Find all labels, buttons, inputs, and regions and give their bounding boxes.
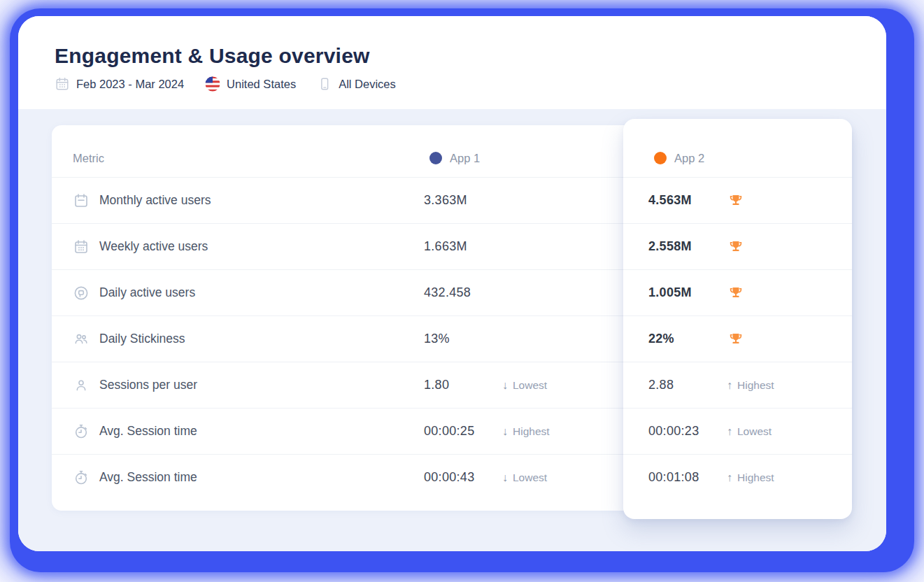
app1-value: 432.458	[424, 285, 502, 300]
rank-badge: ↑Lowest	[727, 425, 772, 438]
app2-table-row: 00:01:08↑Highest	[623, 454, 852, 500]
app1-label: App 1	[450, 152, 480, 165]
table-header-row: Metric App 1	[52, 125, 623, 177]
calendar-month-icon	[73, 192, 90, 209]
arrow-up-icon: ↑	[727, 379, 732, 392]
devices-filter[interactable]: All Devices	[317, 76, 396, 92]
country-filter[interactable]: United States	[205, 76, 296, 92]
devices-label: All Devices	[339, 78, 396, 91]
us-flag-icon	[205, 76, 220, 92]
app2-table-row: 22%	[623, 315, 852, 362]
device-icon	[317, 76, 332, 92]
rank-badge: ↓Highest	[502, 425, 550, 438]
table-row: Avg. Session time00:00:25↓Highest	[52, 408, 623, 454]
app1-value: 1.80	[424, 378, 502, 392]
app1-value: 13%	[424, 332, 502, 346]
metric-label: Weekly active users	[99, 239, 208, 254]
arrow-up-icon: ↑	[727, 425, 732, 438]
trophy-icon	[728, 193, 744, 208]
calendar-icon	[55, 76, 70, 92]
app2-highlight-card: App 2 4.563M2.558M1.005M22%2.88↑Highest0…	[623, 119, 852, 519]
metric-column-header: Metric	[52, 152, 424, 165]
table-row: Sessions per user1.80↓Lowest	[52, 362, 623, 408]
page-title: Engagement & Usage overview	[55, 44, 850, 68]
metric-label: Daily Stickiness	[99, 332, 185, 346]
table-row: Daily Stickiness13%	[52, 315, 623, 362]
app2-value: 2.88	[648, 378, 727, 392]
app1-dot-icon	[429, 152, 442, 164]
metric-label: Avg. Session time	[99, 470, 197, 485]
app2-table-row: 00:00:23↑Lowest	[623, 408, 852, 454]
trophy-icon	[728, 285, 744, 301]
app2-column-header: App 2	[623, 119, 852, 177]
arrow-down-icon: ↓	[502, 471, 508, 484]
date-range-filter[interactable]: Feb 2023 - Mar 2024	[55, 76, 184, 92]
app1-column-header: App 1	[424, 152, 623, 165]
metric-label: Avg. Session time	[99, 424, 197, 439]
app2-label: App 2	[674, 152, 704, 165]
stopwatch-icon	[73, 469, 90, 486]
app2-dot-icon	[654, 152, 667, 164]
arrow-down-icon: ↓	[502, 379, 508, 392]
app2-table-row: 1.005M	[623, 269, 852, 315]
dashboard-body: Metric App 1 Monthly active users3.363MW…	[18, 109, 886, 551]
date-range-label: Feb 2023 - Mar 2024	[76, 78, 184, 91]
app2-table-row: 2.88↑Highest	[623, 362, 852, 408]
metric-label: Sessions per user	[99, 378, 197, 392]
app2-value: 1.005M	[648, 285, 727, 300]
app2-table-row: 4.563M	[623, 177, 852, 223]
trophy-icon	[728, 239, 744, 255]
table-row: Daily active users432.458	[52, 269, 623, 315]
app1-value: 3.363M	[424, 193, 502, 208]
calendar-day-icon	[73, 285, 90, 301]
users-icon	[73, 331, 90, 348]
trophy-icon	[728, 332, 744, 347]
table-row: Monthly active users3.363M	[52, 177, 623, 223]
app2-value: 22%	[648, 332, 727, 346]
app2-value: 00:00:23	[648, 424, 727, 439]
rank-badge: ↑Highest	[727, 471, 774, 484]
user-icon	[73, 377, 90, 394]
filter-bar: Feb 2023 - Mar 2024	[55, 76, 850, 92]
rank-badge: ↓Lowest	[502, 379, 547, 392]
metric-label: Daily active users	[99, 285, 195, 300]
app2-value: 2.558M	[648, 239, 727, 254]
rank-badge: ↓Lowest	[502, 471, 547, 484]
calendar-week-icon	[73, 239, 90, 255]
comparison-table: Metric App 1 Monthly active users3.363MW…	[52, 125, 852, 511]
app2-table-row: 2.558M	[623, 223, 852, 269]
arrow-down-icon: ↓	[502, 425, 508, 438]
country-label: United States	[227, 78, 296, 91]
overview-card: Engagement & Usage overview Feb 2023 - M…	[18, 16, 886, 551]
page-header: Engagement & Usage overview Feb 2023 - M…	[18, 16, 886, 109]
app2-value: 4.563M	[648, 193, 727, 208]
app2-value: 00:01:08	[648, 470, 727, 485]
arrow-up-icon: ↑	[727, 471, 732, 484]
app1-value: 00:00:43	[424, 470, 502, 485]
app1-value: 1.663M	[424, 239, 502, 254]
table-row: Avg. Session time00:00:43↓Lowest	[52, 454, 623, 500]
stopwatch-icon	[73, 423, 90, 440]
table-row: Weekly active users1.663M	[52, 223, 623, 269]
metric-label: Monthly active users	[99, 193, 211, 208]
rank-badge: ↑Highest	[727, 379, 774, 392]
app1-value: 00:00:25	[424, 424, 502, 439]
